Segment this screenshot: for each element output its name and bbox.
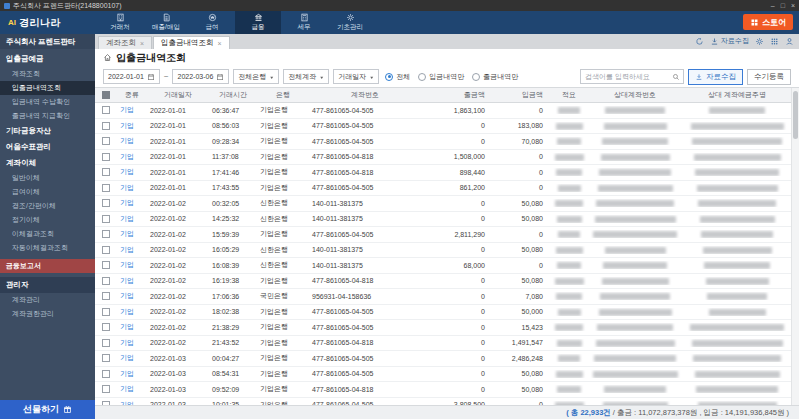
nav-item-sales[interactable]: 매출/매입 — [143, 11, 189, 34]
search-icon[interactable] — [672, 73, 680, 81]
sidebar-item-report[interactable]: 금융보고서 — [0, 259, 95, 273]
nav-item-base[interactable]: 기초관리 — [327, 11, 373, 34]
row-checkbox[interactable] — [102, 199, 110, 207]
sidebar-item[interactable]: 입출금내역조회 — [0, 81, 95, 95]
sidebar-item[interactable]: 이체결과조회 — [0, 227, 95, 241]
minimize-button[interactable]: – — [771, 2, 775, 9]
sidebar-section-header-admin[interactable]: 관리자 — [0, 277, 95, 293]
sidebar-item[interactable]: 경조/간편이체 — [0, 199, 95, 213]
row-type-link[interactable]: 기업 — [120, 339, 134, 346]
user-icon[interactable] — [785, 37, 794, 46]
search-box[interactable] — [580, 69, 684, 84]
row-checkbox[interactable] — [102, 261, 110, 269]
filter-radio[interactable]: 전체 — [385, 72, 410, 82]
bank-select[interactable]: 전체은행 ▼ — [233, 69, 279, 84]
row-type-link[interactable]: 기업 — [120, 401, 134, 405]
row-type-link[interactable]: 기업 — [120, 292, 134, 299]
row-checkbox[interactable] — [102, 215, 110, 223]
row-type-link[interactable]: 기업 — [120, 370, 134, 377]
sidebar-item[interactable]: 출금내역 지급확인 — [0, 109, 95, 123]
row-type-link[interactable]: 기업 — [120, 230, 134, 237]
tab-item-1[interactable]: 입출금내역조회× — [153, 36, 230, 49]
row-type-link[interactable]: 기업 — [120, 153, 134, 160]
select-all-checkbox[interactable] — [102, 91, 110, 99]
row-type-link[interactable]: 기업 — [120, 277, 134, 284]
row-checkbox[interactable] — [102, 277, 110, 285]
row-checkbox[interactable] — [102, 168, 110, 176]
refresh-icon[interactable] — [695, 37, 704, 46]
filter-radio[interactable]: 입금내역만 — [418, 72, 464, 82]
row-checkbox[interactable] — [102, 370, 110, 378]
collect-data-button[interactable]: 자료수집 — [688, 69, 743, 85]
row-type-link[interactable]: 기업 — [120, 199, 134, 206]
row-checkbox[interactable] — [102, 308, 110, 316]
sidebar-item[interactable]: 급여이체 — [0, 185, 95, 199]
sidebar-section-header[interactable]: 계좌이체 — [0, 155, 95, 171]
date-to-field[interactable]: 2022-03-06 — [172, 69, 229, 84]
sidebar-item[interactable]: 정기이체 — [0, 213, 95, 227]
row-type-link[interactable]: 기업 — [120, 308, 134, 315]
search-input[interactable] — [585, 73, 669, 80]
row-type-link[interactable]: 기업 — [120, 137, 134, 144]
row-memo — [551, 261, 587, 269]
close-button[interactable]: × — [791, 2, 795, 9]
table-row: 기업2022-01-0309:52:09기업은행477-861065-04-81… — [95, 382, 791, 398]
sidebar-section-header[interactable]: 입출금예금 — [0, 51, 95, 67]
row-checkbox[interactable] — [102, 292, 110, 300]
gear-icon[interactable] — [755, 37, 764, 46]
row-type-link[interactable]: 기업 — [120, 385, 134, 392]
sidebar-item[interactable]: 계좌관리 — [0, 293, 95, 307]
nav-item-finance[interactable]: 금융 — [235, 11, 281, 34]
row-type-link[interactable]: 기업 — [120, 261, 134, 268]
apps-grid-icon[interactable] — [770, 37, 779, 46]
row-checkbox[interactable] — [102, 339, 110, 347]
maximize-button[interactable]: □ — [781, 2, 785, 9]
row-checkbox[interactable] — [102, 184, 110, 192]
tab-close-icon[interactable]: × — [218, 40, 222, 47]
row-type-link[interactable]: 기업 — [120, 168, 134, 175]
sidebar-item[interactable]: 일반이체 — [0, 171, 95, 185]
row-checkbox[interactable] — [102, 246, 110, 254]
sidebar-section-header[interactable]: 어음수표관리 — [0, 139, 95, 155]
tabbar-collect-button[interactable]: 자료수집 — [710, 36, 749, 46]
store-button[interactable]: 스토어 — [743, 14, 793, 30]
filter-radio[interactable]: 출금내역만 — [472, 72, 518, 82]
row-type-link[interactable]: 기업 — [120, 122, 134, 129]
row-checkbox[interactable] — [102, 385, 110, 393]
row-type-link[interactable]: 기업 — [120, 215, 134, 222]
nav-item-payroll[interactable]: 급여 — [189, 11, 235, 34]
sidebar-item[interactable]: 계좌권한관리 — [0, 307, 95, 321]
row-account: 477-861065-04-505 — [309, 184, 421, 191]
nav-item-clients[interactable]: 거래처 — [97, 11, 143, 34]
status-summary: / 출금 : 11,072,873,378원 , 입금 : 14,191,936… — [613, 408, 785, 418]
account-select[interactable]: 전체계좌 ▼ — [283, 69, 329, 84]
gift-button[interactable]: 선물하기 — [0, 400, 95, 419]
tab-close-icon[interactable]: × — [140, 40, 144, 47]
row-checkbox[interactable] — [102, 401, 110, 405]
tab-item-0[interactable]: 계좌조회× — [98, 36, 152, 49]
sidebar-item[interactable]: 계좌조회 — [0, 67, 95, 81]
row-checkbox[interactable] — [102, 122, 110, 130]
row-date: 2022-01-03 — [147, 370, 209, 377]
sort-select[interactable]: 거래일자 ▼ — [333, 69, 379, 84]
status-close-paren: ) — [787, 408, 790, 417]
row-type-link[interactable]: 기업 — [120, 354, 134, 361]
row-checkbox[interactable] — [102, 230, 110, 238]
row-checkbox[interactable] — [102, 323, 110, 331]
row-type-link[interactable]: 기업 — [120, 106, 134, 113]
sidebar-item[interactable]: 입금내역 수납확인 — [0, 95, 95, 109]
row-type-link[interactable]: 기업 — [120, 246, 134, 253]
manual-entry-button[interactable]: 수기등록 — [747, 69, 791, 85]
row-checkbox[interactable] — [102, 137, 110, 145]
sidebar-section-header[interactable]: 기타금융자산 — [0, 123, 95, 139]
row-checkbox[interactable] — [102, 153, 110, 161]
row-type-link[interactable]: 기업 — [120, 323, 134, 330]
row-checkbox[interactable] — [102, 106, 110, 114]
date-from-field[interactable]: 2022-01-01 — [103, 69, 160, 84]
nav-item-tax[interactable]: 세무 — [281, 11, 327, 34]
row-checkbox[interactable] — [102, 354, 110, 362]
row-type-link[interactable]: 기업 — [120, 184, 134, 191]
table-scrollbar[interactable] — [791, 88, 799, 405]
scrollbar-thumb[interactable] — [793, 91, 798, 139]
sidebar-item[interactable]: 자동이체결과조회 — [0, 241, 95, 255]
